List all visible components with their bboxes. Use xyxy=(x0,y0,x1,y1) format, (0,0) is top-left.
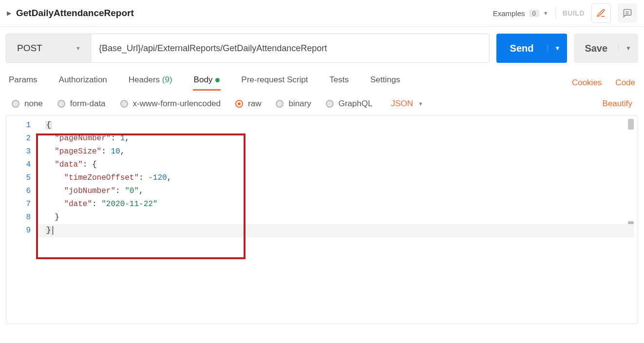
radio-xwww[interactable]: x-www-form-urlencoded xyxy=(120,99,221,109)
radio-icon xyxy=(326,100,334,108)
divider xyxy=(555,7,556,19)
radio-icon xyxy=(276,100,284,108)
send-caret[interactable]: ▼ xyxy=(548,45,568,52)
url-value: {Base_Url}/api/ExternalReports/GetDailyA… xyxy=(99,43,327,54)
url-input[interactable]: {Base_Url}/api/ExternalReports/GetDailyA… xyxy=(91,34,490,63)
cookies-link[interactable]: Cookies xyxy=(572,78,602,88)
body-options-row: none form-data x-www-form-urlencoded raw… xyxy=(0,92,644,115)
build-label: BUILD xyxy=(563,9,585,17)
caret-down-icon: ▼ xyxy=(418,101,423,107)
examples-dropdown[interactable]: Examples 0 ▼ xyxy=(493,9,549,18)
send-label: Send xyxy=(496,43,548,54)
request-row: POST ▼ {Base_Url}/api/ExternalReports/Ge… xyxy=(0,27,644,70)
tabs-row: Params Authorization Headers (9) Body Pr… xyxy=(0,70,644,92)
request-title: GetDailyAttendanceReport xyxy=(16,8,134,19)
line-gutter: 1 2 3 4 5 6 7 8 9 xyxy=(6,116,37,324)
radio-icon xyxy=(235,100,243,108)
caret-down-icon: ▼ xyxy=(76,45,81,51)
tab-authorization[interactable]: Authorization xyxy=(59,75,107,91)
radio-icon xyxy=(57,100,65,108)
request-header-bar: ▶ GetDailyAttendanceReport Examples 0 ▼ … xyxy=(0,0,644,27)
tab-prerequest[interactable]: Pre-request Script xyxy=(241,75,308,91)
radio-binary[interactable]: binary xyxy=(276,99,311,109)
tab-settings[interactable]: Settings xyxy=(370,75,400,91)
tab-body[interactable]: Body xyxy=(194,75,220,91)
comments-button[interactable] xyxy=(618,3,637,23)
body-editor[interactable]: 1 2 3 4 5 6 7 8 9 { "pageNumber": 1, "pa… xyxy=(6,115,638,324)
radio-icon xyxy=(12,100,19,108)
collapse-toggle-icon[interactable]: ▶ xyxy=(7,10,11,17)
examples-label: Examples xyxy=(493,9,525,18)
radio-none[interactable]: none xyxy=(12,99,43,109)
body-type-value: JSON xyxy=(391,99,413,109)
code-content[interactable]: { "pageNumber": 1, "pageSize": 10, "data… xyxy=(37,116,171,324)
tab-headers[interactable]: Headers (9) xyxy=(129,75,172,91)
method-select[interactable]: POST ▼ xyxy=(6,34,91,63)
method-value: POST xyxy=(17,43,42,54)
radio-form-data[interactable]: form-data xyxy=(57,99,106,109)
body-type-select[interactable]: JSON ▼ xyxy=(391,99,423,109)
code-link[interactable]: Code xyxy=(615,78,635,88)
send-button[interactable]: Send ▼ xyxy=(496,34,568,63)
examples-count: 0 xyxy=(529,10,539,17)
tab-params[interactable]: Params xyxy=(9,75,38,91)
radio-icon xyxy=(120,100,128,108)
save-label: Save xyxy=(574,43,618,54)
beautify-link[interactable]: Beautify xyxy=(603,99,632,109)
save-button[interactable]: Save ▼ xyxy=(574,34,638,63)
radio-raw[interactable]: raw xyxy=(235,99,261,109)
tab-tests[interactable]: Tests xyxy=(329,75,349,91)
edit-button[interactable] xyxy=(591,3,611,23)
body-modified-indicator xyxy=(215,78,220,82)
caret-down-icon: ▼ xyxy=(543,10,549,16)
radio-graphql[interactable]: GraphQL xyxy=(326,99,373,109)
save-caret[interactable]: ▼ xyxy=(618,45,638,52)
